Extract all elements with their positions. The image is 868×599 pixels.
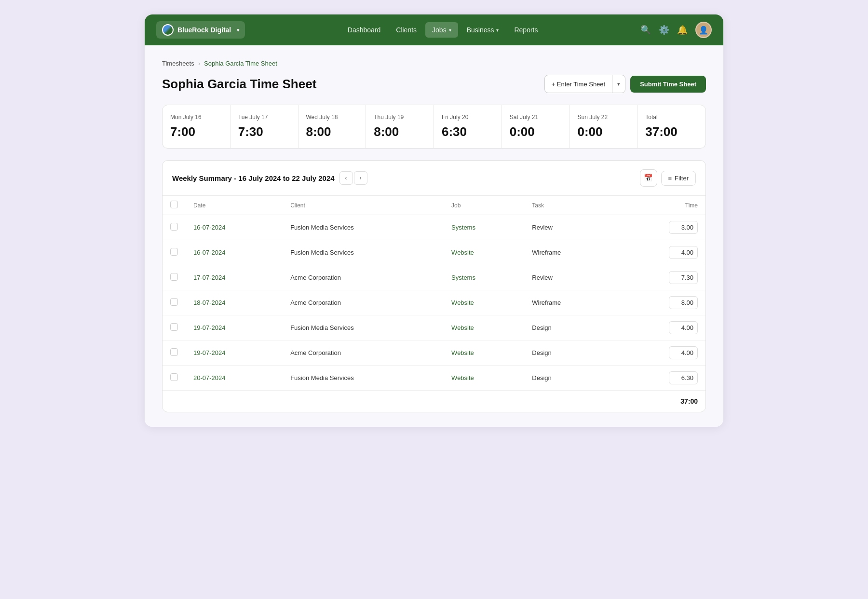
time-card-value: 8:00 (306, 124, 358, 139)
col-task: Task (524, 196, 615, 215)
time-card-day: Tue July 17 (238, 114, 290, 121)
time-input[interactable] (669, 321, 698, 334)
row-checkbox[interactable] (170, 223, 178, 231)
row-job: Website (444, 315, 524, 340)
row-time (615, 265, 705, 290)
time-input[interactable] (669, 296, 698, 309)
row-time (615, 366, 705, 391)
row-task: Design (524, 340, 615, 366)
time-card: Wed July 18 8:00 (298, 105, 366, 148)
row-client: Acme Corporation (283, 290, 444, 315)
enter-time-button[interactable]: + Enter Time Sheet ▾ (544, 75, 626, 93)
row-check-cell (163, 340, 186, 366)
breadcrumb: Timesheets › Sophia Garcia Time Sheet (162, 60, 706, 67)
breadcrumb-current: Sophia Garcia Time Sheet (204, 60, 277, 67)
row-check-cell (163, 240, 186, 265)
breadcrumb-separator: › (198, 60, 200, 67)
table-row: 17-07-2024 Acme Corporation Systems Revi… (163, 265, 705, 290)
search-icon[interactable]: 🔍 (640, 25, 651, 35)
row-job: Website (444, 366, 524, 391)
row-date: 16-07-2024 (186, 240, 283, 265)
total-row: 37:00 (163, 391, 705, 412)
enter-time-label: + Enter Time Sheet (552, 81, 606, 88)
row-checkbox[interactable] (170, 348, 178, 356)
row-checkbox[interactable] (170, 298, 178, 306)
week-navigation: ‹ › (339, 171, 367, 185)
avatar[interactable]: 👤 (695, 22, 712, 38)
brand-globe-icon (162, 24, 174, 36)
row-check-cell (163, 215, 186, 240)
filter-button[interactable]: ≡ Filter (661, 171, 696, 186)
row-date: 18-07-2024 (186, 290, 283, 315)
row-time (615, 240, 705, 265)
row-job: Website (444, 340, 524, 366)
row-time (615, 215, 705, 240)
weekly-summary-title: Weekly Summary - 16 July 2024 to 22 July… (172, 174, 335, 182)
time-input[interactable] (669, 346, 698, 359)
time-card: Sun July 22 0:00 (570, 105, 638, 148)
time-card: Sat July 21 0:00 (502, 105, 570, 148)
prev-week-button[interactable]: ‹ (339, 171, 353, 185)
col-job: Job (444, 196, 524, 215)
enter-time-chevron-icon[interactable]: ▾ (612, 77, 625, 91)
page-title: Sophia Garcia Time Sheet (162, 77, 316, 92)
nav-clients[interactable]: Clients (389, 22, 423, 38)
submit-timesheet-button[interactable]: Submit Time Sheet (630, 76, 706, 93)
next-week-button[interactable]: › (354, 171, 367, 185)
time-card-day: Sat July 21 (510, 114, 562, 121)
time-input[interactable] (669, 271, 698, 284)
time-card-value: 37:00 (645, 124, 698, 139)
table-row: 16-07-2024 Fusion Media Services Website… (163, 240, 705, 265)
enter-time-main[interactable]: + Enter Time Sheet (545, 77, 612, 92)
time-card-day: Wed July 18 (306, 114, 358, 121)
row-checkbox[interactable] (170, 248, 178, 256)
brand-button[interactable]: BlueRock Digital ▾ (156, 21, 245, 39)
nav-dashboard[interactable]: Dashboard (341, 22, 388, 38)
calendar-button[interactable]: 📅 (640, 169, 657, 187)
nav-links: Dashboard Clients Jobs ▾ Business ▾ Repo… (341, 22, 545, 38)
business-chevron-icon: ▾ (496, 27, 499, 33)
table-row: 20-07-2024 Fusion Media Services Website… (163, 366, 705, 391)
breadcrumb-timesheets[interactable]: Timesheets (162, 60, 194, 67)
row-check-cell (163, 265, 186, 290)
row-date: 17-07-2024 (186, 265, 283, 290)
row-check-cell (163, 290, 186, 315)
time-card: Tue July 17 7:30 (231, 105, 298, 148)
app-container: BlueRock Digital ▾ Dashboard Clients Job… (145, 14, 723, 427)
col-client: Client (283, 196, 444, 215)
bell-icon[interactable]: 🔔 (677, 25, 688, 35)
row-time (615, 340, 705, 366)
row-client: Fusion Media Services (283, 240, 444, 265)
col-date: Date (186, 196, 283, 215)
weekly-summary-header: Weekly Summary - 16 July 2024 to 22 July… (163, 161, 705, 196)
time-input[interactable] (669, 221, 698, 234)
nav-reports[interactable]: Reports (507, 22, 544, 38)
time-input[interactable] (669, 371, 698, 384)
row-check-cell (163, 366, 186, 391)
row-client: Fusion Media Services (283, 366, 444, 391)
time-card-value: 0:00 (578, 124, 630, 139)
col-time: Time (615, 196, 705, 215)
row-task: Design (524, 315, 615, 340)
gear-icon[interactable]: ⚙️ (659, 25, 669, 35)
main-nav: BlueRock Digital ▾ Dashboard Clients Job… (145, 14, 723, 45)
nav-actions: 🔍 ⚙️ 🔔 👤 (640, 22, 712, 38)
nav-business[interactable]: Business ▾ (460, 22, 506, 38)
row-time (615, 290, 705, 315)
table-header-row: Date Client Job Task Time (163, 196, 705, 215)
table-row: 19-07-2024 Acme Corporation Website Desi… (163, 340, 705, 366)
row-client: Acme Corporation (283, 340, 444, 366)
time-card-day: Sun July 22 (578, 114, 630, 121)
row-date: 19-07-2024 (186, 315, 283, 340)
row-task: Review (524, 215, 615, 240)
row-checkbox[interactable] (170, 273, 178, 281)
jobs-chevron-icon: ▾ (449, 27, 451, 33)
row-checkbox[interactable] (170, 323, 178, 331)
time-cards-grid: Mon July 16 7:00 Tue July 17 7:30 Wed Ju… (162, 105, 706, 149)
time-input[interactable] (669, 246, 698, 259)
nav-jobs[interactable]: Jobs ▾ (425, 22, 458, 38)
row-job: Website (444, 240, 524, 265)
timesheet-table: Date Client Job Task Time 16-07-2024 Fus… (163, 196, 705, 412)
row-checkbox[interactable] (170, 373, 178, 381)
select-all-checkbox[interactable] (170, 201, 178, 208)
